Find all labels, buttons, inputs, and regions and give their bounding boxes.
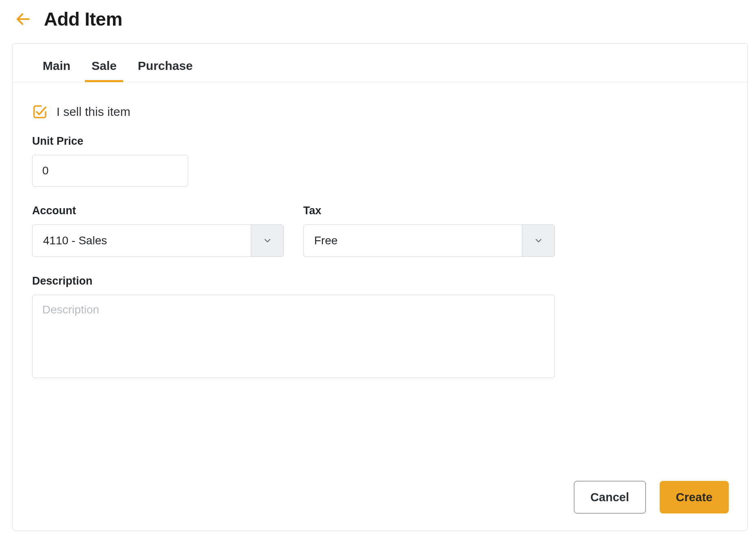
chevron-down-icon xyxy=(534,236,543,246)
description-field: Description xyxy=(32,275,728,380)
page-title: Add Item xyxy=(44,8,122,30)
description-textarea[interactable] xyxy=(32,295,555,378)
sell-item-checkbox-row: I sell this item xyxy=(32,104,728,120)
account-field: Account 4110 - Sales xyxy=(32,204,284,257)
unit-price-input[interactable] xyxy=(32,155,188,187)
unit-price-field: Unit Price xyxy=(32,135,728,187)
description-label: Description xyxy=(32,275,728,287)
back-arrow-icon[interactable] xyxy=(14,10,33,28)
sell-item-checkbox-label: I sell this item xyxy=(56,105,130,119)
tax-select-toggle[interactable] xyxy=(522,225,554,257)
cancel-button[interactable]: Cancel xyxy=(574,481,646,513)
tax-select-value[interactable]: Free xyxy=(304,225,522,257)
tax-label: Tax xyxy=(303,204,555,217)
page-header: Add Item xyxy=(12,8,744,30)
account-select[interactable]: 4110 - Sales xyxy=(32,224,284,257)
create-button[interactable]: Create xyxy=(660,481,729,513)
tax-field: Tax Free xyxy=(303,204,555,257)
account-select-toggle[interactable] xyxy=(251,225,283,257)
form-card: Main Sale Purchase I sell this item Unit… xyxy=(12,43,748,531)
chevron-down-icon xyxy=(263,236,272,246)
tab-sale[interactable]: Sale xyxy=(91,59,117,82)
tab-purchase[interactable]: Purchase xyxy=(138,59,193,82)
tab-main[interactable]: Main xyxy=(43,59,70,82)
tab-bar: Main Sale Purchase xyxy=(13,43,747,82)
checkbox-checked-icon[interactable] xyxy=(32,104,48,120)
account-label: Account xyxy=(32,204,284,217)
form-footer: Cancel Create xyxy=(574,481,729,513)
account-select-value[interactable]: 4110 - Sales xyxy=(33,225,251,257)
tax-select[interactable]: Free xyxy=(303,224,555,257)
unit-price-label: Unit Price xyxy=(32,135,728,148)
